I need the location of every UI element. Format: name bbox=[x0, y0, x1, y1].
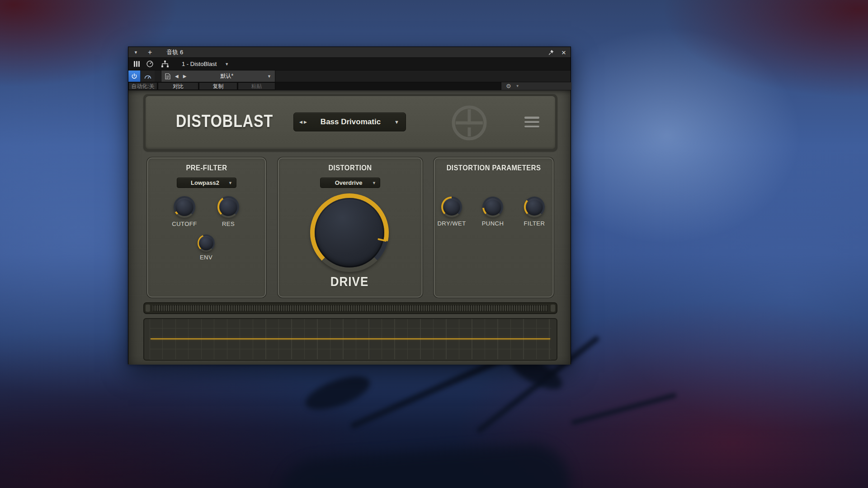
waveform-display bbox=[143, 318, 557, 361]
plugin-preset-name: Bass Drivomatic bbox=[307, 117, 394, 127]
filter-type-dropdown[interactable]: Lowpass2 ▼ bbox=[177, 178, 236, 188]
env-label: ENV bbox=[188, 254, 224, 261]
window-title: 音轨 6 bbox=[166, 48, 183, 56]
strip-right-cap[interactable] bbox=[551, 305, 555, 312]
add-insert-button[interactable]: + bbox=[148, 49, 152, 56]
filter-type-value: Lowpass2 bbox=[177, 179, 228, 186]
distortion-title: DISTORTION bbox=[278, 163, 422, 172]
distortion-parameters-panel bbox=[434, 158, 553, 297]
punch-label: PUNCH bbox=[475, 220, 511, 227]
copy-button[interactable]: 复制 bbox=[199, 82, 237, 90]
strip-ticks bbox=[152, 305, 548, 311]
gear-icon[interactable]: ⚙ bbox=[506, 83, 511, 89]
plugin-window: ▼ + 音轨 6 × bbox=[128, 47, 571, 364]
routing-icon[interactable] bbox=[160, 61, 170, 67]
filter-label: FILTER bbox=[516, 220, 552, 227]
distortion-type-dropdown[interactable]: Overdrive ▼ bbox=[320, 178, 380, 188]
plugin-brand-logo-text: DISTOBLAST bbox=[176, 111, 273, 131]
cutoff-label: CUTOFF bbox=[166, 221, 203, 228]
punch-knob[interactable] bbox=[482, 197, 503, 217]
filter-knob[interactable] bbox=[524, 197, 545, 217]
window-menu-caret-icon[interactable]: ▼ bbox=[134, 50, 138, 55]
waveform-grid bbox=[150, 319, 551, 360]
scrub-strip[interactable] bbox=[143, 302, 557, 314]
plugin-power-button[interactable] bbox=[128, 70, 141, 82]
preset-file-icon[interactable] bbox=[165, 73, 170, 80]
chevron-down-icon[interactable]: ▼ bbox=[516, 84, 519, 88]
res-knob[interactable] bbox=[217, 196, 239, 218]
plugin-preset-prev-icon[interactable]: ◀ bbox=[299, 120, 302, 124]
pin-icon[interactable] bbox=[548, 49, 554, 56]
titlebar: ▼ + 音轨 6 × bbox=[128, 47, 571, 58]
preset-name-dropdown[interactable]: 默认* bbox=[186, 72, 267, 80]
plugin-preset-next-icon[interactable]: ▶ bbox=[304, 120, 307, 124]
cutoff-knob[interactable] bbox=[174, 196, 195, 218]
preset-next-button[interactable]: ▶ bbox=[183, 74, 187, 79]
close-button[interactable]: × bbox=[561, 49, 566, 56]
pre-filter-title: PRE-FILTER bbox=[147, 163, 266, 172]
plugin-slot-label: 1 - DistoBlast bbox=[182, 61, 217, 67]
dry-wet-knob[interactable] bbox=[441, 197, 462, 217]
plugin-toolbar: 1 - DistoBlast ▼ bbox=[128, 58, 571, 70]
plugin-emblem-icon bbox=[450, 104, 488, 142]
res-label: RES bbox=[210, 221, 246, 228]
preset-strip: ◀ ▶ 默认* ▼ bbox=[161, 70, 275, 82]
channel-strip-icon[interactable] bbox=[134, 61, 140, 67]
gauge-icon[interactable] bbox=[146, 60, 154, 68]
drive-label: DRIVE bbox=[304, 274, 395, 290]
chevron-down-icon: ▼ bbox=[225, 62, 229, 66]
distortion-type-value: Overdrive bbox=[321, 179, 372, 186]
plugin-preset-selector[interactable]: ◀ ▶ Bass Drivomatic ▼ bbox=[293, 113, 406, 131]
env-knob[interactable] bbox=[198, 235, 215, 252]
plugin-slot-dropdown[interactable]: 1 - DistoBlast ▼ bbox=[182, 61, 229, 67]
chevron-down-icon[interactable]: ▼ bbox=[267, 74, 271, 79]
dry-wet-label: DRY/WET bbox=[434, 220, 470, 227]
chevron-down-icon: ▼ bbox=[394, 119, 399, 125]
chevron-down-icon: ▼ bbox=[372, 181, 376, 185]
settings-strip: ⚙ ▼ bbox=[501, 82, 571, 90]
preset-prev-button[interactable]: ◀ bbox=[175, 74, 179, 79]
paste-button[interactable]: 粘贴 bbox=[238, 82, 275, 90]
hamburger-menu-icon[interactable] bbox=[524, 117, 539, 127]
chevron-down-icon: ▼ bbox=[228, 181, 232, 185]
dial-mode-button[interactable] bbox=[141, 70, 155, 82]
strip-left-cap[interactable] bbox=[146, 305, 150, 312]
compare-button[interactable]: 对比 bbox=[158, 82, 198, 90]
plugin-gui: DISTOBLAST ◀ ▶ Bass Drivomatic ▼ bbox=[128, 90, 571, 365]
distortion-parameters-title: DISTORTION PARAMETERS bbox=[434, 163, 553, 172]
desktop: ▼ + 音轨 6 × bbox=[0, 0, 868, 488]
action-row: 自动化:关 对比 复制 粘贴 ⚙ ▼ bbox=[128, 82, 571, 90]
drive-knob[interactable] bbox=[310, 193, 389, 272]
automation-button[interactable]: 自动化:关 bbox=[128, 82, 157, 90]
preset-toolbar: ◀ ▶ 默认* ▼ bbox=[128, 70, 571, 82]
waveform-line bbox=[151, 338, 550, 339]
